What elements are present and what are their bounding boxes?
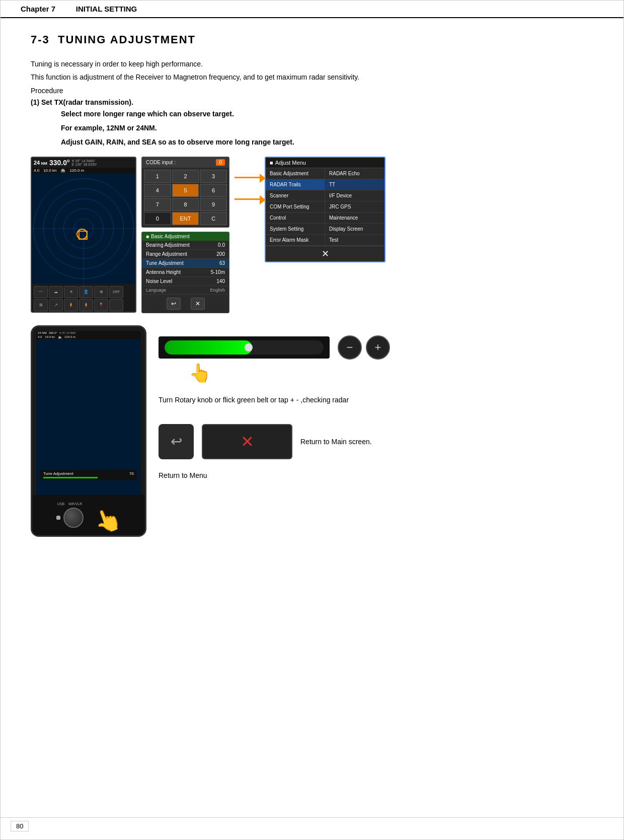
code-btn-c[interactable]: C bbox=[200, 212, 227, 225]
radar-display: 24 NM 330.0° N 35° 14.5660' E 136° 38.83… bbox=[31, 157, 136, 313]
radar-icon-off[interactable]: OFF bbox=[109, 286, 123, 298]
plus-button[interactable]: + bbox=[366, 335, 390, 360]
pointing-hand: 👆 bbox=[189, 363, 593, 384]
minus-button[interactable]: − bbox=[338, 335, 362, 360]
range-adj-row: Range Adjustment 200 bbox=[142, 250, 229, 259]
tuning-instruction-area: − + 👆 Turn Rotary knob or flick green be… bbox=[159, 325, 593, 479]
radar-icon-waves[interactable]: 〰 bbox=[34, 286, 48, 298]
code-btn-4[interactable]: 4 bbox=[144, 184, 171, 197]
radar-icon-crosshair[interactable]: ⊞ bbox=[34, 299, 48, 311]
return-menu-button[interactable]: ↩ bbox=[159, 424, 194, 459]
code-btn-3[interactable]: 3 bbox=[200, 170, 227, 183]
adjust-error-alarm[interactable]: Error Alarm Mask bbox=[266, 235, 325, 246]
tune-adj-bar: Tune Adjustment 70 bbox=[40, 470, 137, 480]
basic-adj-header: ■ Basic Adjustment bbox=[142, 232, 229, 241]
bearing-adj-row: Bearing Adjustment 0.0 bbox=[142, 241, 229, 250]
body-para-1: Tuning is necessary in order to keep hig… bbox=[31, 58, 593, 69]
code-btn-0[interactable]: 0 bbox=[144, 212, 171, 225]
adjust-close-button[interactable]: ✕ bbox=[322, 248, 329, 259]
arrow-area bbox=[235, 157, 260, 220]
adjust-menu-header: ■ Adjust Menu bbox=[266, 158, 384, 168]
page: Chapter 7 INITIAL SETTING 7-3 TUNING ADJ… bbox=[0, 0, 624, 840]
radar-icon-location[interactable]: 📍 bbox=[94, 299, 108, 311]
sub-step-2: For example, 12NM or 24NM. bbox=[61, 122, 593, 134]
arrow-line-top bbox=[235, 177, 260, 178]
body-para-3: Procedure bbox=[31, 85, 593, 96]
code-header: CODE input : 0 bbox=[142, 157, 229, 168]
radar-icon-line[interactable]: — bbox=[109, 312, 123, 313]
bottom-figures-row: 24 NM 330.0° N 35° 14.5660' 4.0 10.0 kn … bbox=[31, 325, 593, 537]
device-knob[interactable] bbox=[63, 508, 84, 528]
device-bottom: USB WR/VLR 👆 bbox=[32, 495, 145, 535]
return-area: ↩ ✕ Return to Main screen. bbox=[159, 424, 593, 459]
adjust-control[interactable]: Control bbox=[266, 213, 325, 224]
device-screen: 24 NM 330.0° N 35° 14.5660' 4.0 10.0 kn … bbox=[36, 331, 141, 495]
radar-icon-waves2[interactable]: 🌊 bbox=[64, 312, 78, 313]
adjust-radar-echo[interactable]: RADAR Echo bbox=[325, 168, 384, 179]
chapter-title: Chapter 7 bbox=[21, 5, 55, 13]
code-btn-8[interactable]: 8 bbox=[172, 198, 199, 211]
adjust-radar-trails[interactable]: RADAR Trails bbox=[266, 179, 325, 190]
page-header: Chapter 7 INITIAL SETTING bbox=[1, 1, 623, 18]
radar-icon-arrow[interactable]: ↗ bbox=[49, 299, 63, 311]
adjust-tt[interactable]: TT bbox=[325, 179, 384, 190]
adjust-test[interactable]: Test bbox=[325, 235, 384, 246]
adjust-scanner[interactable]: Scanner bbox=[266, 190, 325, 201]
tuning-instruction-text: Turn Rotary knob or flick green belt or … bbox=[159, 396, 593, 404]
basic-adj-actions: ↩ ✕ bbox=[142, 295, 229, 313]
radar-icon-target[interactable]: ⊕ bbox=[94, 286, 108, 298]
radar-canvas bbox=[32, 173, 135, 284]
middle-panels: CODE input : 0 1 2 3 4 5 6 7 8 9 0 bbox=[141, 157, 229, 313]
back-button[interactable]: ↩ bbox=[167, 298, 181, 310]
adjust-com-port[interactable]: COM Port Setting bbox=[266, 201, 325, 213]
green-slider[interactable] bbox=[165, 340, 324, 355]
arrow-line-bottom bbox=[235, 198, 260, 200]
main-content: 7-3 TUNING ADJUSTMENT Tuning is necessar… bbox=[1, 18, 623, 577]
code-grid: 1 2 3 4 5 6 7 8 9 0 ENT C bbox=[142, 168, 229, 227]
adjust-close-area: ✕ bbox=[266, 246, 384, 261]
return-main-button[interactable]: ✕ bbox=[202, 424, 292, 459]
green-fill bbox=[165, 340, 252, 355]
radar-icon-ship[interactable]: ⛵ bbox=[79, 312, 93, 313]
radar-icon-person[interactable]: 👤 bbox=[79, 286, 93, 298]
page-number: 80 bbox=[11, 821, 29, 831]
slider-row: − + bbox=[159, 335, 593, 360]
radar-icon-cloud[interactable]: ☁ bbox=[49, 286, 63, 298]
code-btn-2[interactable]: 2 bbox=[172, 170, 199, 183]
code-btn-9[interactable]: 9 bbox=[200, 198, 227, 211]
hand-icon: 👆 bbox=[90, 503, 124, 537]
adjust-maintenance[interactable]: Maintenance bbox=[325, 213, 384, 224]
radar-icon-person2[interactable]: 🧍 bbox=[64, 299, 78, 311]
radar-icon-nav1[interactable]: ⊙ bbox=[34, 312, 48, 313]
sub-step-3: Adjust GAIN, RAIN, and SEA so as to obse… bbox=[61, 136, 593, 149]
code-btn-7[interactable]: 7 bbox=[144, 198, 171, 211]
radar-top-bar: 24 NM 330.0° N 35° 14.5660' E 136° 38.83… bbox=[32, 158, 135, 168]
radar-icon-sun[interactable]: ☀ bbox=[64, 286, 78, 298]
step-1-label: (1) Set TX(radar transmission). bbox=[31, 98, 593, 106]
body-para-2: This function is adjustment of the Recei… bbox=[31, 72, 593, 83]
radar-icon-blank bbox=[109, 299, 123, 311]
close-button[interactable]: ✕ bbox=[191, 298, 205, 310]
pm-buttons: − + bbox=[338, 335, 390, 360]
return-menu-text: Return to Menu bbox=[159, 471, 593, 479]
slider-dot bbox=[245, 343, 253, 352]
adjust-system-setting[interactable]: System Setting bbox=[266, 224, 325, 235]
radar-icon-person3[interactable]: 🧍 bbox=[79, 299, 93, 311]
page-footer: 80 bbox=[1, 817, 623, 834]
section-title: 7-3 TUNING ADJUSTMENT bbox=[31, 33, 593, 46]
radar-icon-nav2[interactable]: ◎ bbox=[94, 312, 108, 313]
adjust-display-screen[interactable]: Display Screen bbox=[325, 224, 384, 235]
adjust-jrc-gps[interactable]: JRC GPS bbox=[325, 201, 384, 213]
radar-nm: 24 NM bbox=[34, 160, 47, 166]
noise-level-row: Noise Level 140 bbox=[142, 277, 229, 286]
code-btn-1[interactable]: 1 bbox=[144, 170, 171, 183]
code-btn-6[interactable]: 6 bbox=[200, 184, 227, 197]
adjust-basic-adj[interactable]: Basic Adjustment bbox=[266, 168, 325, 179]
return-main-text: Return to Main screen. bbox=[300, 438, 372, 446]
radar-icon-settings[interactable]: ⚙ bbox=[49, 312, 63, 313]
adjust-if-device[interactable]: I/F Device bbox=[325, 190, 384, 201]
tune-adj-row[interactable]: Tune Adjustment 63 bbox=[142, 259, 229, 268]
code-btn-ent[interactable]: ENT bbox=[172, 212, 199, 225]
code-btn-5[interactable]: 5 bbox=[172, 184, 199, 197]
antenna-height-row: Antenna Height 5-10m bbox=[142, 268, 229, 277]
